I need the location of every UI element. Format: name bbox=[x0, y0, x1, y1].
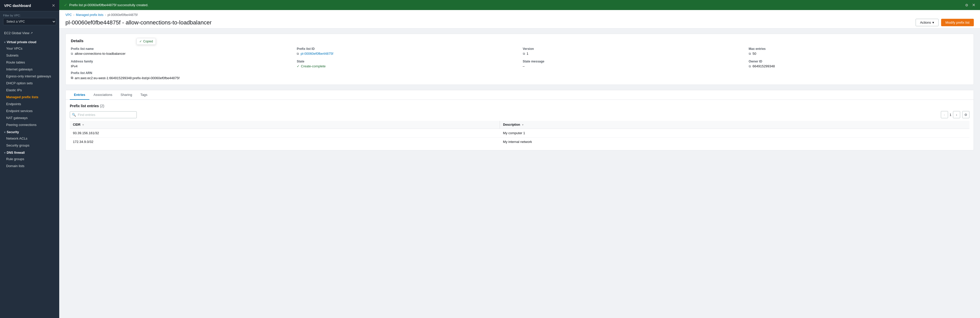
sidebar: VPC dashboard ✕ Filter by VPC: Select a … bbox=[0, 0, 59, 318]
sidebar-item-network-acls[interactable]: Network ACLs bbox=[0, 135, 59, 142]
sidebar-ec2-section: EC2 Global View ↗ bbox=[0, 28, 59, 38]
success-banner-left: ✓ Prefix list pl-00060ef0fbe44875f succe… bbox=[64, 3, 148, 8]
detail-value-state-message: – bbox=[523, 64, 743, 68]
detail-label-arn: Prefix list ARN bbox=[71, 71, 969, 75]
tab-associations[interactable]: Associations bbox=[89, 90, 116, 100]
table-settings-button[interactable]: ⚙ bbox=[962, 111, 969, 118]
entries-count: (2) bbox=[100, 104, 104, 108]
tab-entries[interactable]: Entries bbox=[70, 90, 89, 100]
sidebar-group-vpc-header[interactable]: ▾ Virtual private cloud bbox=[0, 38, 59, 45]
detail-version: Version ⧉ 1 bbox=[523, 47, 743, 55]
sidebar-item-route-tables[interactable]: Route tables bbox=[0, 59, 59, 66]
sidebar-group-security: ▾ Security Network ACLs Security groups bbox=[0, 128, 59, 149]
copy-version-icon[interactable]: ⧉ bbox=[523, 52, 525, 55]
sidebar-item-ec2-global-view[interactable]: EC2 Global View ↗ bbox=[0, 29, 59, 37]
detail-prefix-list-name: Prefix list name ⧉ allow-connections-to-… bbox=[71, 47, 291, 55]
banner-settings-icon[interactable]: ⚙ bbox=[965, 3, 969, 7]
success-check-icon: ✓ bbox=[64, 3, 67, 8]
sidebar-item-internet-gateways[interactable]: Internet gateways bbox=[0, 66, 59, 73]
detail-value-name: ⧉ allow-connections-to-loadbalancer bbox=[71, 52, 291, 55]
copy-id-icon[interactable]: ⧉ bbox=[297, 52, 299, 55]
entries-tab-content: Prefix list entries (2) 🔍 ‹ 1 bbox=[66, 100, 974, 150]
copied-tooltip: ✓ Copied bbox=[137, 38, 156, 45]
vpc-filter-select[interactable]: Select a VPC bbox=[3, 18, 56, 25]
pagination-prev-button[interactable]: ‹ bbox=[941, 111, 948, 118]
details-grid: Prefix list name ⧉ allow-connections-to-… bbox=[71, 47, 969, 68]
detail-value-state: ✓ Create-complete bbox=[297, 64, 516, 68]
sidebar-close-icon[interactable]: ✕ bbox=[52, 3, 55, 8]
cell-description-1: My internal network bbox=[500, 138, 969, 146]
detail-label-address-family: Address family bbox=[71, 60, 291, 63]
sidebar-filter: Filter by VPC: Select a VPC bbox=[0, 11, 59, 28]
detail-prefix-list-id: Prefix list ID ⧉ pl-00060ef0fbe44875f bbox=[297, 47, 516, 55]
sidebar-item-security-groups[interactable]: Security groups bbox=[0, 142, 59, 149]
pagination-next-button[interactable]: › bbox=[953, 111, 960, 118]
table-toolbar-right: ‹ 1 › ⚙ bbox=[941, 111, 969, 118]
detail-arn-row: Prefix list ARN ⧉ arn:aws:ec2:eu-west-1:… bbox=[71, 71, 969, 80]
sidebar-item-peering-connections[interactable]: Peering connections bbox=[0, 121, 59, 128]
app-layout: VPC dashboard ✕ Filter by VPC: Select a … bbox=[0, 0, 980, 318]
copy-owner-id-icon[interactable]: ⧉ bbox=[749, 65, 751, 68]
sidebar-item-rule-groups[interactable]: Rule groups bbox=[0, 155, 59, 163]
sidebar-item-subnets[interactable]: Subnets bbox=[0, 52, 59, 59]
sidebar-item-endpoints[interactable]: Endpoints bbox=[0, 101, 59, 108]
detail-value-arn: ⧉ arn:aws:ec2:eu-west-1:664915299348:pre… bbox=[71, 76, 969, 80]
col-header-description: Description ▾ bbox=[500, 121, 969, 129]
banner-close-icon[interactable]: ✕ bbox=[972, 3, 975, 8]
detail-address-family: Address family IPv4 bbox=[71, 60, 291, 68]
details-card-title: Details bbox=[71, 38, 969, 43]
entries-table-body: 93.39.156.161/32 My computer 1 172.34.9.… bbox=[70, 129, 969, 146]
pagination-controls: ‹ 1 › bbox=[941, 111, 960, 118]
breadcrumb-sep-1: › bbox=[73, 13, 75, 17]
entries-title: Prefix list entries (2) bbox=[70, 104, 969, 108]
description-sort-icon[interactable]: ▾ bbox=[522, 123, 523, 126]
detail-label-owner-id: Owner ID bbox=[749, 60, 969, 63]
sidebar-group-security-header[interactable]: ▾ Security bbox=[0, 128, 59, 135]
cidr-sort-icon[interactable]: ▾ bbox=[83, 123, 84, 126]
sidebar-item-elastic-ips[interactable]: Elastic IPs bbox=[0, 87, 59, 93]
detail-value-address-family: IPv4 bbox=[71, 64, 291, 68]
sidebar-header: VPC dashboard ✕ bbox=[0, 0, 59, 11]
copied-check-icon: ✓ bbox=[139, 40, 142, 43]
copy-arn-icon[interactable]: ⧉ bbox=[71, 76, 73, 80]
detail-state-message: State message – bbox=[523, 60, 743, 68]
cell-description-0: My computer 1 bbox=[500, 129, 969, 138]
breadcrumb-vpc-link[interactable]: VPC bbox=[65, 13, 72, 17]
page-actions: Actions ▾ Modify prefix list bbox=[916, 19, 974, 26]
copied-text: Copied bbox=[143, 40, 153, 43]
search-icon: 🔍 bbox=[72, 113, 76, 117]
entries-table-header-row: CIDR ▾ Description ▾ bbox=[70, 121, 969, 129]
detail-value-owner-id: ⧉ 664915299348 bbox=[749, 64, 969, 68]
details-card: Details ✓ Copied Prefix list name ⧉ allo… bbox=[65, 34, 974, 85]
tab-tags[interactable]: Tags bbox=[136, 90, 151, 100]
entries-table-head: CIDR ▾ Description ▾ bbox=[70, 121, 969, 129]
sidebar-item-managed-prefix-lists[interactable]: Managed prefix lists bbox=[0, 93, 59, 101]
copy-name-icon[interactable]: ⧉ bbox=[71, 52, 73, 55]
breadcrumb-managed-link[interactable]: Managed prefix lists bbox=[76, 13, 103, 17]
sidebar-group-dns-header[interactable]: ▾ DNS firewall bbox=[0, 149, 59, 155]
sidebar-item-dhcp[interactable]: DHCP option sets bbox=[0, 80, 59, 87]
detail-label-max-entries: Max entries bbox=[749, 47, 969, 51]
tabs-header: Entries Associations Sharing Tags bbox=[66, 90, 974, 100]
sidebar-item-your-vpcs[interactable]: Your VPCs bbox=[0, 45, 59, 52]
cell-cidr-1: 172.34.9.0/32 bbox=[70, 138, 500, 146]
copy-max-entries-icon[interactable]: ⧉ bbox=[749, 52, 751, 55]
breadcrumb-current: pl-00060ef0fbe44875f bbox=[107, 13, 138, 17]
sidebar-item-endpoint-services[interactable]: Endpoint services bbox=[0, 108, 59, 114]
modify-prefix-list-button[interactable]: Modify prefix list bbox=[941, 19, 974, 26]
detail-label-id: Prefix list ID bbox=[297, 47, 516, 51]
sidebar-item-domain-lists[interactable]: Domain lists bbox=[0, 163, 59, 169]
sidebar-group-vpc: ▾ Virtual private cloud Your VPCs Subnet… bbox=[0, 38, 59, 128]
detail-value-max-entries: ⧉ 50 bbox=[749, 52, 969, 55]
actions-button[interactable]: Actions ▾ bbox=[916, 19, 939, 26]
sidebar-item-egress-only[interactable]: Egress-only internet gateways bbox=[0, 73, 59, 80]
search-entries-input[interactable] bbox=[70, 111, 137, 118]
detail-label-version: Version bbox=[523, 47, 743, 51]
success-banner-message: Prefix list pl-00060ef0fbe44875f success… bbox=[69, 3, 148, 7]
page-title-row: pl-00060ef0fbe44875f - allow-connections… bbox=[65, 19, 974, 26]
table-row: 172.34.9.0/32 My internal network bbox=[70, 138, 969, 146]
content-area: Details ✓ Copied Prefix list name ⧉ allo… bbox=[59, 28, 980, 155]
col-header-cidr: CIDR ▾ bbox=[70, 121, 500, 129]
sidebar-item-nat-gateways[interactable]: NAT gateways bbox=[0, 114, 59, 121]
tab-sharing[interactable]: Sharing bbox=[116, 90, 136, 100]
